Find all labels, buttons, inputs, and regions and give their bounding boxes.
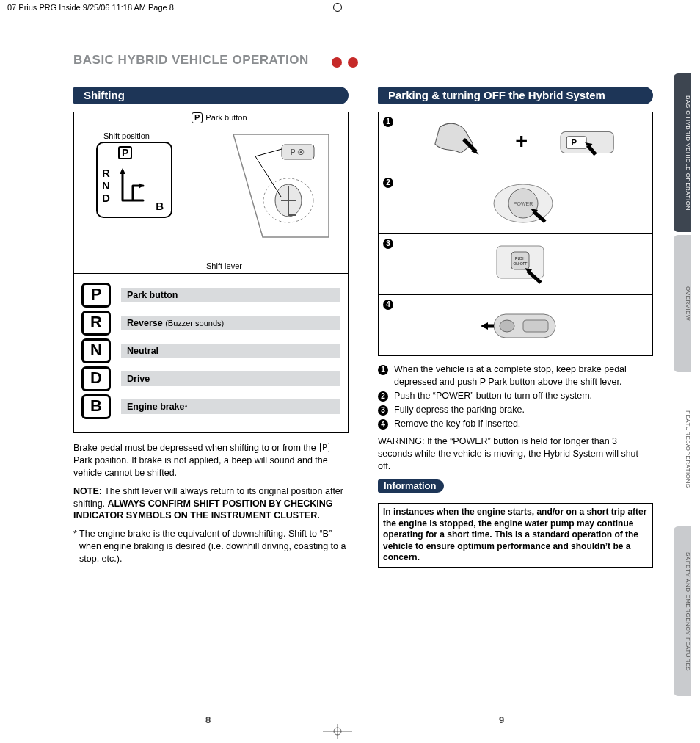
crop-mark-bottom bbox=[323, 724, 352, 739]
shifting-footnote: * The engine brake is the equivalent of … bbox=[73, 528, 349, 565]
shift-figure: Shift position PPark button P R N D B bbox=[74, 112, 348, 274]
step-number-icon: 3 bbox=[378, 405, 388, 416]
legend-letter-icon: R bbox=[81, 311, 111, 336]
svg-marker-0 bbox=[120, 168, 125, 174]
svg-text:P: P bbox=[572, 138, 577, 147]
list-item: 4Remove the key fob if inserted. bbox=[378, 418, 653, 430]
park-step-4: 4 bbox=[379, 295, 652, 355]
legend-letter-icon: N bbox=[81, 338, 111, 363]
left-column: Shifting Shift position PPark button P R… bbox=[73, 87, 349, 571]
legend-label: Drive bbox=[121, 372, 340, 386]
parking-warning: WARNING: If the “POWER” button is held f… bbox=[378, 435, 653, 473]
page-title: BASIC HYBRID VEHICLE OPERATION bbox=[73, 53, 309, 68]
shift-legend: P Park button R Reverse (Buzzer sounds) … bbox=[81, 283, 340, 419]
step-art-power-button: POWER bbox=[401, 179, 645, 228]
decorative-dots bbox=[329, 57, 361, 70]
legend-row: B Engine brake* bbox=[81, 394, 340, 419]
step-number-icon: 4 bbox=[378, 419, 388, 430]
list-item: 3Fully depress the parking brake. bbox=[378, 404, 653, 416]
svg-marker-24 bbox=[481, 322, 488, 330]
step-art-key-fob bbox=[401, 301, 645, 349]
step-art-parking-brake: PUSH ON•OFF bbox=[401, 240, 645, 289]
svg-point-22 bbox=[500, 320, 514, 332]
list-item: 1 When the vehicle is at a complete stop… bbox=[378, 363, 653, 388]
step-number-icon: 1 bbox=[378, 365, 388, 375]
legend-letter-icon: D bbox=[81, 366, 111, 391]
side-tab-basic-hybrid: BASIC HYBRID VEHICLE OPERATION bbox=[674, 73, 691, 232]
side-tab-overview: OVERVIEW bbox=[674, 235, 691, 372]
step-number-icon: 1 bbox=[383, 117, 393, 127]
page-number-left: 8 bbox=[205, 714, 211, 725]
section-heading-information: Information bbox=[378, 479, 444, 493]
shifting-figure-box: Shift position PPark button P R N D B bbox=[73, 112, 349, 433]
content-columns: Shifting Shift position PPark button P R… bbox=[73, 87, 653, 571]
legend-letter-icon: B bbox=[81, 394, 111, 419]
park-step-1: 1 + P bbox=[379, 112, 652, 173]
legend-row: R Reverse (Buzzer sounds) bbox=[81, 311, 340, 336]
park-step-3: 3 PUSH ON•OFF bbox=[379, 234, 652, 295]
side-tab-safety: SAFETY AND EMERGENCY FEATURES bbox=[674, 526, 691, 696]
p-icon: P bbox=[192, 112, 203, 123]
p-icon: P bbox=[320, 443, 329, 452]
p-icon: P bbox=[480, 377, 486, 387]
shifting-para-1: Brake pedal must be depressed when shift… bbox=[73, 442, 349, 479]
svg-marker-1 bbox=[139, 183, 143, 189]
svg-text:+: + bbox=[515, 129, 528, 153]
step-number-icon: 4 bbox=[383, 300, 393, 310]
b-letter: B bbox=[156, 200, 164, 212]
page-number-right: 9 bbox=[499, 714, 504, 725]
legend-label: Neutral bbox=[121, 344, 340, 358]
svg-text:ON•OFF: ON•OFF bbox=[513, 261, 527, 266]
step-number-icon: 2 bbox=[383, 178, 393, 188]
svg-rect-23 bbox=[523, 320, 548, 332]
shift-position-diagram: P R N D B bbox=[96, 142, 172, 218]
label-shift-position: Shift position bbox=[103, 131, 150, 140]
legend-label: Park button bbox=[121, 288, 340, 302]
section-heading-shifting: Shifting bbox=[73, 87, 349, 104]
parking-steps-figure: 1 + P 2 bbox=[378, 112, 653, 356]
side-tab-features: FEATURES/OPERATIONS bbox=[674, 375, 691, 523]
step-art-brake-plus-park: + P bbox=[401, 118, 645, 167]
section-heading-parking: Parking & turning OFF the Hybrid System bbox=[378, 87, 653, 104]
gear-letters: R N D bbox=[102, 167, 110, 204]
legend-row: D Drive bbox=[81, 366, 340, 391]
side-tabs: BASIC HYBRID VEHICLE OPERATION OVERVIEW … bbox=[674, 73, 691, 699]
legend-row: N Neutral bbox=[81, 338, 340, 363]
svg-rect-17 bbox=[511, 252, 529, 269]
park-step-2: 2 POWER bbox=[379, 173, 652, 234]
label-park-button: PPark button bbox=[192, 112, 247, 123]
step-number-icon: 2 bbox=[378, 391, 388, 402]
svg-text:P ⦿: P ⦿ bbox=[291, 148, 305, 156]
step-number-icon: 3 bbox=[383, 239, 393, 249]
parking-step-list: 1 When the vehicle is at a complete stop… bbox=[378, 363, 653, 430]
gate-icon bbox=[118, 168, 147, 203]
label-shift-lever: Shift lever bbox=[206, 261, 242, 270]
shifter-illustration: P ⦿ bbox=[219, 127, 336, 244]
p-indicator-icon: P bbox=[118, 146, 132, 159]
list-item: 2Push the “POWER” button to turn off the… bbox=[378, 390, 653, 402]
legend-row: P Park button bbox=[81, 283, 340, 308]
legend-label: Reverse (Buzzer sounds) bbox=[121, 316, 340, 330]
shifting-note: NOTE: The shift lever will always return… bbox=[73, 485, 349, 523]
legend-label: Engine brake* bbox=[121, 399, 340, 414]
legend-letter-icon: P bbox=[81, 283, 111, 308]
right-column: Parking & turning OFF the Hybrid System … bbox=[378, 87, 653, 571]
crop-mark-top bbox=[323, 4, 352, 15]
svg-text:PUSH: PUSH bbox=[515, 256, 525, 261]
svg-text:POWER: POWER bbox=[513, 201, 532, 206]
information-box: In instances when the engine starts, and… bbox=[378, 503, 653, 568]
